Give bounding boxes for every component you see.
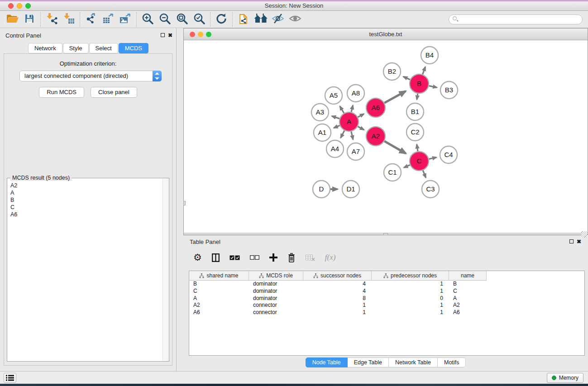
table-cell[interactable]: 4	[303, 288, 372, 295]
mcds-result-item[interactable]: A2	[7, 182, 162, 189]
table-cell[interactable]: 1	[372, 309, 449, 316]
export-table-button[interactable]	[100, 12, 117, 27]
table-row[interactable]: A6connector11A6	[189, 309, 584, 316]
delete-column-button[interactable]	[287, 251, 296, 264]
table-row[interactable]: A2connector11A2	[189, 302, 584, 309]
zoom-selected-button[interactable]	[191, 12, 208, 27]
edge-C-C2[interactable]	[417, 144, 418, 151]
table-cell[interactable]: 1	[372, 281, 449, 288]
table-cell[interactable]: 8	[303, 295, 372, 302]
table-row[interactable]: Bdominator41B	[189, 281, 584, 288]
function-builder-button[interactable]: f(x)	[325, 251, 336, 264]
select-all-button[interactable]	[229, 251, 240, 264]
table-cell[interactable]: connector	[249, 302, 303, 309]
edge-C-C4[interactable]	[429, 157, 437, 159]
table-cell[interactable]: 0	[372, 295, 449, 302]
run-mcds-button[interactable]: Run MCDS	[39, 87, 84, 98]
table-cell[interactable]: dominator	[249, 281, 303, 288]
table-cell[interactable]: A	[449, 295, 487, 302]
tab-mcds[interactable]: MCDS	[119, 43, 148, 53]
destroy-table-button[interactable]	[306, 251, 315, 264]
mcds-result-item[interactable]: C	[7, 204, 162, 211]
network-canvas[interactable]: AA6A2BCA5A8A3A1A4A7B2B4B3B1C2C4C1C3DD1	[184, 40, 588, 233]
close-panel-icon[interactable]: ✖	[168, 33, 172, 38]
edge-A-A7[interactable]	[351, 131, 353, 139]
tab-style[interactable]: Style	[63, 43, 89, 53]
close-traffic-light[interactable]	[8, 3, 14, 9]
close-traffic-light[interactable]	[190, 32, 195, 37]
table-cell[interactable]: A6	[449, 309, 487, 316]
export-image-button[interactable]	[117, 12, 134, 27]
table-row[interactable]: Cdominator41C	[189, 288, 584, 295]
edge-A-A8[interactable]	[351, 105, 353, 112]
mcds-result-item[interactable]: A	[7, 189, 162, 196]
column-header-mcds-role[interactable]: MCDS role	[249, 271, 303, 281]
float-panel-icon[interactable]	[161, 33, 165, 37]
column-header-successor-nodes[interactable]: successor nodes	[303, 271, 372, 281]
edge-B-B2[interactable]	[403, 76, 410, 80]
import-network-button[interactable]	[43, 12, 60, 27]
table-cell[interactable]: A	[189, 295, 249, 302]
memory-button[interactable]: Memory	[547, 373, 583, 383]
network-file-button[interactable]	[235, 12, 252, 27]
table-cell[interactable]: 1	[303, 302, 372, 309]
show-columns-button[interactable]	[212, 251, 220, 264]
tab-network[interactable]: Network	[28, 43, 62, 53]
mcds-result-item[interactable]: A6	[7, 211, 162, 218]
table-cell[interactable]: C	[449, 288, 487, 295]
edge-A2-C[interactable]	[384, 141, 406, 153]
zoom-traffic-light[interactable]	[25, 3, 31, 9]
criterion-dropdown[interactable]: largest connected component (directed)	[19, 71, 162, 81]
tab-node-table[interactable]: Node Table	[306, 357, 348, 367]
table-cell[interactable]: B	[189, 281, 249, 288]
refresh-button[interactable]	[213, 12, 230, 27]
table-cell[interactable]: A2	[449, 302, 487, 309]
task-history-button[interactable]	[4, 373, 16, 383]
edge-A-A5[interactable]	[340, 106, 344, 113]
edge-A-A4[interactable]	[341, 131, 344, 138]
edge-B-B1[interactable]	[417, 94, 418, 100]
window-resize-handle[interactable]	[183, 201, 186, 205]
table-cell[interactable]: 1	[372, 288, 449, 295]
table-cell[interactable]: C	[189, 288, 249, 295]
tab-network-table[interactable]: Network Table	[389, 357, 438, 367]
float-panel-icon[interactable]	[569, 239, 574, 243]
edge-A-A1[interactable]	[334, 125, 339, 128]
table-cell[interactable]: 4	[303, 281, 372, 288]
minimize-traffic-light[interactable]	[198, 32, 203, 37]
edge-A-A6[interactable]	[358, 114, 364, 117]
add-column-button[interactable]	[269, 251, 277, 264]
close-panel-icon[interactable]: ✖	[577, 239, 581, 244]
deselect-all-button[interactable]	[250, 251, 259, 264]
edge-C-C3[interactable]	[423, 170, 426, 177]
column-header-name[interactable]: name	[449, 271, 487, 281]
table-cell[interactable]: A6	[189, 309, 249, 316]
edge-A6-B[interactable]	[384, 91, 406, 103]
mcds-result-item[interactable]: B	[7, 196, 162, 204]
table-row[interactable]: Adominator80A	[189, 295, 584, 302]
close-panel-button[interactable]: Close panel	[91, 87, 137, 98]
table-cell[interactable]: dominator	[249, 295, 303, 302]
tab-edge-table[interactable]: Edge Table	[348, 357, 389, 367]
home-button[interactable]	[252, 12, 269, 27]
tab-motifs[interactable]: Motifs	[438, 357, 466, 367]
table-cell[interactable]: connector	[249, 309, 303, 316]
export-network-button[interactable]	[82, 12, 100, 27]
column-header-shared-name[interactable]: shared name	[189, 271, 249, 281]
table-cell[interactable]: 1	[372, 302, 449, 309]
table-cell[interactable]: A2	[189, 302, 249, 309]
edge-A-A2[interactable]	[358, 126, 364, 130]
open-session-button[interactable]	[4, 12, 21, 27]
zoom-out-button[interactable]	[156, 12, 173, 27]
zoom-in-button[interactable]	[139, 12, 156, 27]
show-elements-button[interactable]	[287, 12, 304, 27]
table-cell[interactable]: 1	[303, 309, 372, 316]
zoom-traffic-light[interactable]	[206, 32, 211, 37]
edge-B-B4[interactable]	[423, 67, 425, 75]
import-table-button[interactable]	[60, 12, 77, 27]
save-session-button[interactable]	[21, 12, 38, 27]
table-cell[interactable]: B	[449, 281, 487, 288]
edge-C-C1[interactable]	[404, 165, 410, 168]
result-scrollbar[interactable]	[163, 179, 168, 361]
hide-elements-button[interactable]	[269, 12, 287, 27]
